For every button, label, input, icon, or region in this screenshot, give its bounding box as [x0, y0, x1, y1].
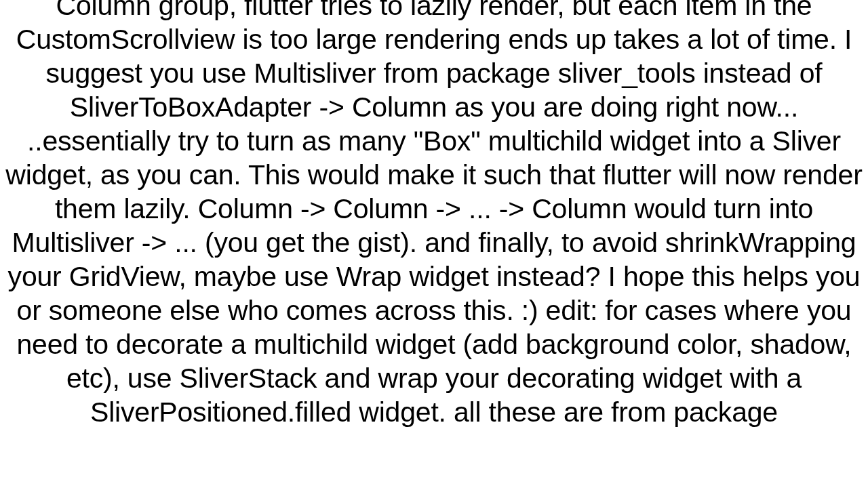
- answer-body-text: Column group, flutter tries to lazily re…: [0, 0, 868, 429]
